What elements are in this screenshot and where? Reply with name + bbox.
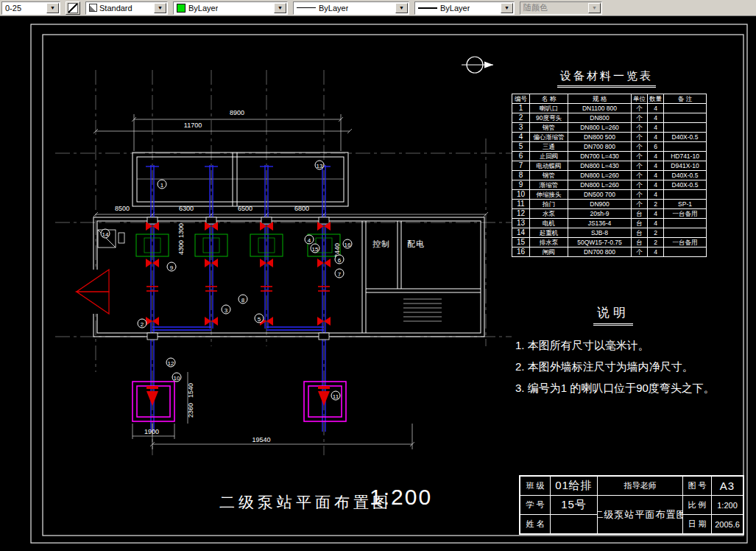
cell-name: 90度弯头	[530, 113, 568, 123]
make-layer-current-button[interactable]	[66, 1, 80, 15]
equipment-table: 编号名 称规 格单位数量备 注 1 喇叭口 DN1100 800 个 4 2 9…	[512, 94, 707, 257]
table-row: 8 钢管 DN800 L=260 个 4 D40X-0.5	[512, 171, 707, 180]
equipment-number-bubble: 13	[315, 161, 325, 170]
figure-number-label: 图 号	[683, 477, 711, 495]
cell-qty: 6	[648, 142, 664, 152]
north-arrow-icon	[462, 57, 493, 73]
cell-name: 电机	[530, 219, 568, 228]
equipment-table-title: 设备材料一览表	[557, 69, 656, 88]
cell-spec: DN900	[568, 200, 632, 209]
cell-number: 1	[512, 104, 530, 113]
cell-note	[664, 219, 707, 228]
equipment-number-bubble: 12	[166, 358, 176, 368]
dimension-label: 6500	[238, 205, 252, 212]
equipment-number-bubble: 11	[331, 391, 341, 401]
layer-combo[interactable]: 0-25 ▼	[1, 1, 60, 15]
student-id-value: 15号	[551, 496, 597, 514]
chevron-down-icon[interactable]: ▼	[274, 3, 286, 13]
color-combo-value: ByLayer	[188, 4, 218, 13]
cell-number: 10	[512, 190, 530, 200]
table-row: 6 止回阀 DN700 L=430 个 4 HD741-10	[512, 152, 707, 161]
color-swatch	[177, 4, 186, 13]
cell-number: 15	[512, 238, 530, 248]
cell-name: 喇叭口	[530, 104, 568, 113]
cell-unit: 个	[632, 171, 648, 180]
cell-note: 一台备用	[664, 238, 707, 248]
equipment-table-body: 1 喇叭口 DN1100 800 个 4 2 90度弯头 DN800 个 4 3…	[512, 104, 707, 257]
cell-spec: DN700 800	[568, 142, 632, 152]
column-header: 编号	[512, 94, 530, 104]
cell-spec: DN1100 800	[568, 104, 632, 113]
plot-style-combo: 随颜色 ▼	[520, 1, 602, 15]
scale-label: 比 例	[683, 496, 711, 514]
cell-note: D941X-10	[664, 161, 707, 171]
cell-number: 11	[512, 200, 530, 209]
cell-spec: DN500 700	[568, 190, 632, 200]
axis-lines	[55, 70, 512, 455]
column-header: 数量	[648, 94, 664, 104]
text-style-combo[interactable]: Standard ▼	[85, 1, 168, 15]
cell-qty: 4	[648, 152, 664, 161]
cell-number: 12	[512, 209, 530, 219]
wall-sleeves	[147, 217, 329, 340]
cell-note: 一台备用	[664, 209, 707, 219]
cell-note: HD741-10	[664, 152, 707, 161]
flanges	[146, 287, 330, 291]
equipment-number-bubble: 2	[138, 319, 147, 329]
cell-name: 偏心渐缩管	[530, 133, 568, 142]
cell-number: 16	[512, 248, 530, 257]
chevron-down-icon[interactable]: ▼	[46, 3, 59, 13]
date-label: 日 期	[683, 515, 711, 533]
note-item: 1. 本图所有尺寸以毫米计。	[515, 339, 649, 353]
cell-spec: SJB-8	[568, 228, 632, 238]
cell-spec: 50QW15-7-0.75	[568, 238, 632, 248]
cell-number: 7	[512, 161, 530, 171]
equipment-number-bubble: 9	[167, 262, 177, 272]
cell-unit: 个	[632, 133, 648, 142]
cell-note: D40X-0.5	[664, 171, 707, 180]
table-row: 1 喇叭口 DN1100 800 个 4	[512, 104, 707, 113]
column-header: 备 注	[664, 94, 707, 104]
cell-qty: 4	[648, 104, 664, 113]
cell-spec: JS136-4	[568, 219, 632, 228]
linetype-combo[interactable]: ByLayer ▼	[293, 1, 409, 15]
cell-number: 13	[512, 219, 530, 228]
cell-qty: 4	[648, 171, 664, 180]
linetype-sample-icon	[297, 7, 316, 8]
cell-spec: DN800 L=260	[568, 180, 632, 190]
equipment-number-bubble: 4	[305, 235, 314, 245]
chevron-down-icon[interactable]: ▼	[154, 3, 166, 13]
cell-name: 三通	[530, 142, 568, 152]
cell-name: 电动蝶阀	[530, 161, 568, 171]
cell-name: 钢管	[530, 123, 568, 133]
table-row: 4 偏心渐缩管 DN800 500 个 4 D40X-0.5	[512, 133, 707, 142]
cell-spec: DN800 500	[568, 133, 632, 142]
cell-qty: 4	[648, 180, 664, 190]
cell-number: 3	[512, 123, 530, 133]
name-label: 姓 名	[520, 515, 550, 533]
cell-name: 排水泵	[530, 238, 568, 248]
cell-note	[664, 104, 707, 113]
layer-combo-value: 0-25	[5, 4, 21, 13]
cell-spec: 20sh-9	[568, 209, 632, 219]
equipment-table-header-row: 编号名 称规 格单位数量备 注	[512, 94, 707, 104]
equipment-number-bubble: 8	[239, 295, 248, 304]
color-combo[interactable]: ByLayer ▼	[173, 1, 288, 15]
table-row: 11 拍门 DN900 个 2 SP-1	[512, 200, 707, 209]
note-item: 3. 编号为1 的喇叭口位于90度弯头之下。	[515, 382, 715, 396]
cell-note	[664, 113, 707, 123]
cell-spec: DN700 800	[568, 248, 632, 257]
cell-qty: 2	[648, 228, 664, 238]
chevron-down-icon[interactable]: ▼	[395, 3, 408, 13]
chevron-down-icon: ▼	[588, 3, 601, 13]
cell-unit: 个	[632, 180, 648, 190]
cell-number: 9	[512, 180, 530, 190]
lineweight-combo[interactable]: ByLayer ▼	[414, 1, 515, 15]
scale-value: 1:200	[712, 496, 743, 514]
cell-note	[664, 142, 707, 152]
dimension-label: 19540	[252, 436, 270, 443]
cell-name: 钢管	[530, 171, 568, 180]
table-row: 13 电机 JS136-4 台 4	[512, 219, 707, 228]
chevron-down-icon[interactable]: ▼	[501, 3, 513, 13]
cell-qty: 2	[648, 200, 664, 209]
